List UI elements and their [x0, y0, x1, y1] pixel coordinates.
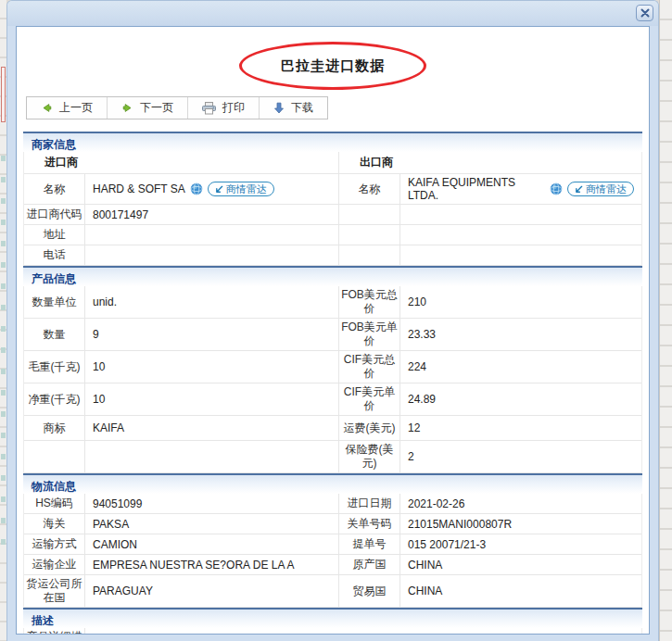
customs-doc-value: 21015MANI000807R: [400, 514, 641, 534]
exporter-column-header: 出口商: [339, 152, 641, 173]
origin-country-value: CHINA: [400, 555, 641, 574]
logistics-section-header: 物流信息: [23, 473, 642, 494]
net-weight-value: 10: [85, 383, 339, 415]
customs-value: PAKSA: [85, 514, 339, 534]
freight-company-country-value: PARAGUAY: [85, 575, 339, 607]
importer-code-value: 800171497: [85, 205, 339, 224]
importer-name-value: HARD & SOFT SA: [85, 174, 339, 204]
origin-country-label: 原产国: [339, 555, 400, 574]
gross-weight-value: 10: [85, 351, 339, 383]
qty-unit-value: unid.: [85, 286, 339, 318]
trademark-value: KAIFA: [85, 416, 339, 440]
fob-total-label: FOB美元总价: [339, 286, 400, 318]
empty-cell: [24, 441, 85, 472]
globe-link-icon[interactable]: [190, 182, 203, 195]
transport-mode-label: 运输方式: [24, 534, 85, 554]
customs-doc-label: 关单号码: [339, 514, 400, 534]
empty-cell: [400, 205, 641, 224]
arrow-down-blue-icon: [273, 102, 285, 114]
fob-total-value: 210: [400, 286, 641, 318]
table-row: 进口商 出口商: [24, 152, 641, 174]
insurance-label: 保险费(美元): [339, 441, 400, 472]
close-icon: [640, 8, 650, 18]
logistics-table: HS编码 94051099 进口日期 2021-02-26 海关 PAKSA 关…: [23, 494, 642, 608]
globe-link-icon[interactable]: [550, 182, 563, 195]
arrow-right-green-icon: [121, 102, 133, 114]
qty-label: 数量: [24, 319, 85, 350]
gross-weight-label: 毛重(千克): [24, 351, 85, 383]
printer-icon: [202, 102, 216, 115]
address-value: [85, 225, 339, 245]
next-page-button[interactable]: 下一页: [108, 97, 188, 119]
freight-value: 12: [400, 416, 641, 440]
description-table: 产品详细描述 LINEAS LED MUEBLE(LUCES LED QUE V…: [23, 628, 642, 635]
window-titlebar[interactable]: [7, 1, 658, 26]
table-row: 电话: [24, 245, 641, 266]
bill-of-lading-value: 015 20071/21-3: [400, 534, 641, 554]
empty-cell: [339, 245, 400, 265]
importer-name-label: 名称: [24, 174, 85, 204]
cif-unit-label: CIF美元单价: [339, 383, 400, 415]
import-data-window: 巴拉圭进口数据 上一页 下一页: [6, 0, 659, 641]
prev-page-label: 上一页: [59, 100, 93, 116]
exporter-name: KAIFA EQUIPMENTS LTDA.: [408, 176, 545, 202]
table-row: 地址: [24, 225, 641, 245]
table-row: 运输企业 EMPRESA NUESTRA SE?ORA DE LA A 原产国 …: [24, 555, 641, 575]
business-radar-badge[interactable]: 商情雷达: [567, 182, 634, 196]
table-row: HS编码 94051099 进口日期 2021-02-26: [24, 494, 641, 514]
importer-code-label: 进口商代码: [24, 205, 85, 224]
logistics-info-section: 物流信息 HS编码 94051099 进口日期 2021-02-26 海关 PA…: [23, 473, 642, 608]
import-date-label: 进口日期: [339, 494, 400, 513]
table-row: 名称 HARD & SOFT SA: [24, 174, 641, 205]
business-radar-label: 商情雷达: [226, 182, 267, 196]
trade-country-label: 贸易国: [339, 575, 400, 607]
empty-cell: [400, 225, 641, 245]
table-row: 数量单位 unid. FOB美元总价 210: [24, 286, 641, 319]
close-button[interactable]: [636, 5, 653, 21]
empty-cell: [339, 205, 400, 224]
importer-column-header: 进口商: [24, 152, 339, 173]
phone-value: [85, 245, 339, 265]
next-page-label: 下一页: [140, 100, 173, 116]
business-radar-badge[interactable]: 商情雷达: [208, 182, 274, 196]
radar-arrow-icon: [215, 185, 223, 194]
table-row: 数量 9 FOB美元单价 23.33: [24, 319, 641, 351]
hs-code-value: 94051099: [85, 494, 339, 513]
business-radar-label: 商情雷达: [586, 182, 627, 196]
trademark-label: 商标: [24, 416, 85, 440]
product-description-value: LINEAS LED MUEBLE(LUCES LED QUE VAN DENT…: [85, 628, 641, 635]
carrier-label: 运输企业: [24, 555, 85, 574]
download-button[interactable]: 下载: [260, 97, 327, 119]
empty-cell: [85, 441, 339, 472]
qty-unit-label: 数量单位: [24, 286, 85, 318]
importer-name: HARD & SOFT SA: [93, 182, 185, 195]
background-fragment: [1, 156, 6, 545]
table-row: 进口商代码 800171497: [24, 205, 641, 225]
print-button[interactable]: 打印: [188, 97, 260, 119]
arrow-left-green-icon: [41, 102, 53, 114]
detail-sections: 商家信息 进口商 出口商 名称 HARD & SOFT SA: [23, 132, 642, 635]
bill-of-lading-label: 提单号: [339, 534, 400, 554]
cif-total-value: 224: [400, 351, 641, 383]
freight-label: 运费(美元): [339, 416, 400, 440]
background-page-left-edge: [0, 0, 6, 641]
phone-label: 电话: [24, 245, 85, 265]
customs-label: 海关: [24, 514, 85, 534]
radar-arrow-icon: [575, 185, 583, 194]
table-row: 货运公司所在国 PARAGUAY 贸易国 CHINA: [24, 575, 641, 608]
qty-value: 9: [85, 319, 339, 350]
product-info-section: 产品信息 数量单位 unid. FOB美元总价 210 数量 9 FOB美元单价…: [23, 266, 642, 473]
import-date-value: 2021-02-26: [400, 494, 641, 513]
carrier-value: EMPRESA NUESTRA SE?ORA DE LA A: [85, 555, 339, 574]
merchant-info-section: 商家信息 进口商 出口商 名称 HARD & SOFT SA: [23, 132, 642, 266]
fob-unit-value: 23.33: [400, 319, 641, 350]
table-row: 运输方式 CAMION 提单号 015 20071/21-3: [24, 534, 641, 555]
fob-unit-label: FOB美元单价: [339, 319, 400, 350]
table-row: 净重(千克) 10 CIF美元单价 24.89: [24, 383, 641, 416]
net-weight-label: 净重(千克): [24, 383, 85, 415]
toolbar: 上一页 下一页 打印 下载: [26, 96, 328, 119]
hs-code-label: HS编码: [24, 494, 85, 513]
prev-page-button[interactable]: 上一页: [27, 97, 108, 119]
download-label: 下载: [291, 100, 313, 116]
empty-cell: [400, 245, 641, 265]
